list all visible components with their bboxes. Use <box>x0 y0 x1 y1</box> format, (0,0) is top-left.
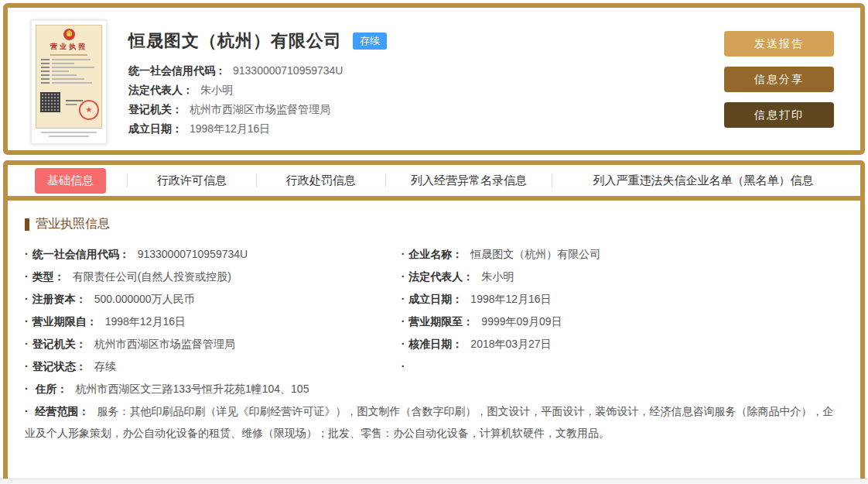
tab-admin-penalty[interactable]: 行政处罚信息 <box>274 168 368 194</box>
field-approval-date: 核准日期：2018年03月27日 <box>402 333 843 355</box>
national-emblem-icon: ★ <box>63 29 75 40</box>
info-row: 营业期限自：1998年12月16日 营业期限至：9999年09月09日 <box>25 311 843 333</box>
tab-abnormal-operation-list[interactable]: 列入经营异常名录信息 <box>398 168 539 194</box>
registrar-text-line <box>66 104 77 105</box>
field-term-from: 营业期限自：1998年12月16日 <box>25 311 402 333</box>
field-company-name: 企业名称：恒晟图文（杭州）有限公司 <box>402 243 843 266</box>
info-row: 注册资本：500.000000万人民币 成立日期：1998年12月16日 <box>25 288 843 311</box>
tab-blacklist[interactable]: 列入严重违法失信企业名单（黑名单）信息 <box>581 168 826 194</box>
page-bottom-strip <box>0 479 868 484</box>
company-header-card: ★ 营业执照 ★ 恒晟图文（杭州）有限公司 存续 统一社会信用代码：913300… <box>3 3 865 155</box>
field-registration-status: 登记状态：存续 <box>25 355 402 378</box>
business-license-image: ★ 营业执照 ★ <box>31 20 107 144</box>
company-name: 恒晟图文（杭州）有限公司 <box>128 29 342 53</box>
field-registered-capital: 注册资本：500.000000万人民币 <box>25 288 402 311</box>
license-certificate: ★ 营业执照 ★ <box>36 25 102 129</box>
field-established-date: 成立日期：1998年12月16日 <box>402 288 843 311</box>
print-info-button[interactable]: 信息打印 <box>724 102 834 128</box>
section-title-bar <box>25 218 29 231</box>
field-term-to: 营业期限至：9999年09月09日 <box>402 311 843 333</box>
info-row: 登记状态：存续 <box>25 355 843 378</box>
header-field-legal-rep: 法定代表人：朱小明 <box>128 81 387 100</box>
license-title: 营业执照 <box>39 42 98 52</box>
header-field-registry: 登记机关：杭州市西湖区市场监督管理局 <box>128 100 387 119</box>
share-info-button[interactable]: 信息分享 <box>724 67 834 92</box>
info-row: 类型：有限责任公司(自然人投资或控股) 法定代表人：朱小明 <box>25 266 843 288</box>
detail-panel: 基础信息 行政许可信息 行政处罚信息 列入经营异常名录信息 列入严重违法失信企业… <box>3 160 865 479</box>
registrar-text-line <box>66 100 83 101</box>
field-registry-authority: 登记机关：杭州市西湖区市场监督管理局 <box>25 333 402 355</box>
license-caption-line <box>49 136 89 137</box>
info-row: 统一社会信用代码：91330000710959734U 企业名称：恒晟图文（杭州… <box>25 243 843 266</box>
status-badge: 存续 <box>353 33 387 50</box>
field-legal-rep: 法定代表人：朱小明 <box>402 266 843 288</box>
field-company-type: 类型：有限责任公司(自然人投资或控股) <box>25 266 402 288</box>
license-info-section: 营业执照信息 统一社会信用代码：91330000710959734U 企业名称：… <box>8 201 860 444</box>
license-subline <box>50 54 88 56</box>
field-credit-code: 统一社会信用代码：91330000710959734U <box>25 243 402 266</box>
qr-code <box>40 92 60 112</box>
tab-basic-info[interactable]: 基础信息 <box>35 168 106 194</box>
official-seal-icon: ★ <box>79 100 99 120</box>
tab-bar: 基础信息 行政许可信息 行政处罚信息 列入经营异常名录信息 列入严重违法失信企业… <box>8 165 860 201</box>
send-report-button[interactable]: 发送报告 <box>724 31 834 57</box>
tab-admin-license[interactable]: 行政许可信息 <box>145 168 239 194</box>
license-caption-line <box>41 132 97 133</box>
info-row: 登记机关：杭州市西湖区市场监督管理局 核准日期：2018年03月27日 <box>25 333 843 355</box>
header-field-established: 成立日期：1998年12月16日 <box>128 119 387 139</box>
field-business-scope: 经营范围：服务：其他印刷品印刷（详见《印刷经营许可证》），图文制作（含数字印刷）… <box>25 400 843 444</box>
field-address: 住所：杭州市西湖区文三路133号恒升花苑1幢104、105 <box>25 378 843 400</box>
section-title: 营业执照信息 <box>25 216 843 232</box>
header-field-credit-code: 统一社会信用代码：91330000710959734U <box>128 61 387 81</box>
